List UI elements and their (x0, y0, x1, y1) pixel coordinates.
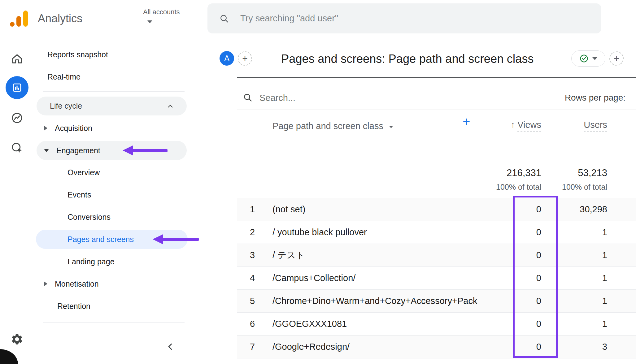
nav-rail (0, 37, 34, 364)
users-total: 53,213 100% of total (562, 167, 607, 192)
row-users-value: 3 (558, 342, 636, 352)
google-analytics-logo-icon (10, 11, 28, 27)
row-index: 1 (250, 204, 272, 214)
add-dimension-button[interactable]: + (463, 115, 470, 128)
plus-icon: + (614, 53, 619, 64)
analytics-app: Analytics All accounts (0, 0, 636, 364)
account-selector-label: All accounts (143, 8, 180, 16)
sidebar-item-conversions[interactable]: Conversions (34, 207, 218, 227)
sidebar-item-label: Monetisation (55, 280, 99, 288)
row-users-value: 1 (558, 250, 636, 260)
header-divider (268, 50, 268, 67)
chevron-down-icon (147, 20, 152, 23)
table-row: 4/Campus+Collection/01 (237, 266, 636, 289)
chevron-down-icon (592, 57, 597, 60)
dimension-selector-label: Page path and screen class (272, 121, 383, 131)
sidebar-item-label: Events (68, 190, 91, 199)
users-total-value: 53,213 (562, 167, 607, 179)
account-selector[interactable]: All accounts (143, 8, 180, 23)
avatar-letter: A (224, 54, 229, 63)
views-column-header[interactable]: ↑ Views (511, 120, 541, 132)
row-page-path: /Campus+Collection/ (272, 273, 486, 283)
row-page-path: / テスト (272, 249, 486, 262)
dimension-selector[interactable]: Page path and screen class (272, 121, 393, 131)
row-page-path: /Chrome+Dino+Warm+and+Cozy+Accessory+Pac… (272, 296, 486, 306)
reports-active-indicator (6, 76, 28, 99)
chevron-down-icon (389, 126, 393, 128)
rows-per-page-label: Rows per page: (565, 93, 625, 103)
table-search-input[interactable] (259, 92, 433, 104)
sidebar-divider (43, 91, 185, 92)
sidebar-divider (43, 322, 185, 323)
data-quality-badge[interactable] (571, 50, 605, 67)
chevron-up-icon (166, 102, 174, 110)
logo-bar-tall (23, 11, 28, 27)
avatar[interactable]: A (220, 51, 234, 66)
row-page-path: /Google+Redesign/ (272, 342, 486, 352)
content-top-rule (237, 77, 636, 78)
nav-advertising-button[interactable] (11, 141, 24, 154)
sidebar-item-acquisition[interactable]: Acquisition (34, 119, 218, 138)
sidebar-item-label: Retention (57, 302, 90, 311)
customize-report-button[interactable]: + (609, 51, 624, 66)
row-index: 6 (250, 319, 272, 329)
sidebar-collapse-button[interactable] (164, 341, 176, 353)
table-header: Page path and screen class + ↑ Views Use… (237, 110, 636, 198)
table-row: 7/Google+Redesign/03 (237, 335, 636, 358)
global-search-bar[interactable] (207, 3, 601, 33)
sidebar-item-engagement[interactable]: Engagement (34, 141, 218, 160)
sidebar-section-life-cycle[interactable]: Life cycle (37, 97, 187, 115)
nav-home-button[interactable] (11, 52, 24, 65)
home-icon (11, 52, 24, 65)
sidebar-item-real-time[interactable]: Real-time (34, 67, 218, 86)
sidebar-item-label: Reports snapshot (47, 50, 108, 59)
add-comparison-button[interactable]: + (238, 51, 252, 66)
page-title: Pages and screens: Page path and screen … (281, 52, 534, 66)
column-divider (486, 110, 486, 364)
row-index: 4 (250, 273, 272, 283)
sidebar-item-retention[interactable]: Retention (34, 297, 218, 316)
users-total-subtitle: 100% of total (562, 183, 607, 192)
plus-icon: + (242, 53, 248, 64)
row-page-path: /GGOEGXXX1081 (272, 319, 486, 329)
reports-icon (11, 82, 23, 93)
sidebar-item-events[interactable]: Events (34, 185, 218, 204)
logo-bar-mid (16, 16, 21, 27)
global-search-input[interactable] (240, 13, 590, 24)
explore-icon (11, 111, 24, 124)
sidebar-item-reports-snapshot[interactable]: Reports snapshot (34, 45, 218, 64)
admin-button[interactable] (11, 333, 24, 346)
nav-explore-button[interactable] (11, 111, 24, 124)
report-table: Page path and screen class + ↑ Views Use… (237, 110, 636, 364)
annotation-rectangle-views-column (513, 196, 558, 358)
sort-ascending-icon: ↑ (511, 120, 515, 130)
header-divider (135, 9, 135, 27)
search-icon (219, 14, 229, 24)
advertising-icon (11, 141, 24, 154)
nav-reports-button[interactable] (6, 76, 28, 99)
row-index: 2 (250, 227, 272, 237)
sidebar-item-overview[interactable]: Overview (34, 163, 218, 182)
table-row: 5/Chrome+Dino+Warm+and+Cozy+Accessory+Pa… (237, 289, 636, 312)
sidebar-item-landing-page[interactable]: Landing page (34, 252, 218, 271)
row-users-value: 1 (558, 273, 636, 283)
sidebar-item-label: Landing page (68, 257, 115, 266)
row-index: 3 (250, 250, 272, 260)
chevron-left-icon (165, 341, 176, 352)
column-header-label: Users (584, 120, 607, 132)
app-name: Analytics (38, 12, 82, 25)
reports-sidebar: Reports snapshot Real-time Life cycle Ac… (34, 37, 218, 364)
sidebar-item-pages-and-screens[interactable]: Pages and screens (34, 230, 218, 249)
sidebar-item-label: Acquisition (55, 124, 92, 133)
top-bar: Analytics All accounts (0, 0, 636, 37)
search-icon (243, 93, 253, 102)
sidebar-item-monetisation[interactable]: Monetisation (34, 274, 218, 293)
sidebar-item-label: Engagement (56, 146, 100, 155)
users-column-header[interactable]: Users (584, 120, 607, 132)
views-total-value: 216,331 (496, 167, 541, 179)
views-total: 216,331 100% of total (496, 167, 541, 192)
row-page-path: (not set) (272, 204, 486, 214)
sidebar-item-label: Overview (68, 168, 100, 177)
row-users-value: 1 (558, 296, 636, 306)
sidebar-item-label: Real-time (47, 72, 81, 81)
